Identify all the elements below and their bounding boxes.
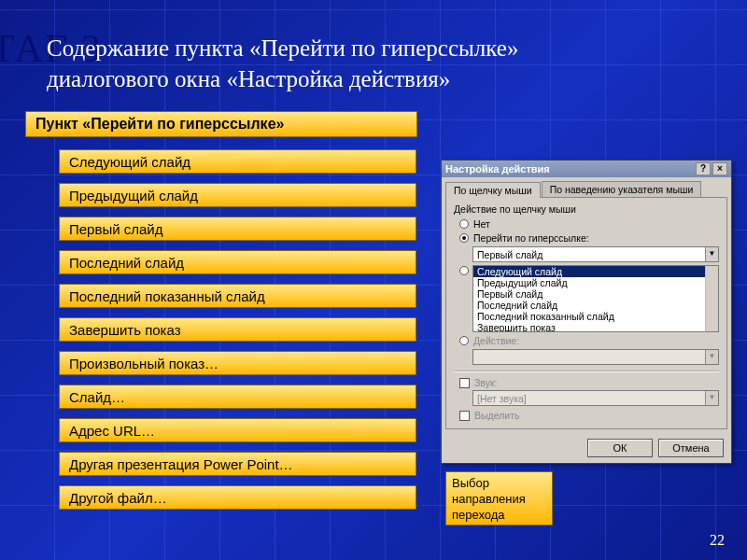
cancel-button[interactable]: Отмена [658,439,724,457]
radio-action-label: Действие: [473,335,519,346]
menu-item-last-shown-slide[interactable]: Последний показанный слайд [59,284,416,308]
list-item[interactable]: Предыдущий слайд [473,277,718,288]
menu-list: Следующий слайд Предыдущий слайд Первый … [59,149,416,519]
highlight-check-row[interactable]: Выделить [459,410,719,421]
menu-item-next-slide[interactable]: Следующий слайд [59,149,416,174]
menu-item-last-slide[interactable]: Последний слайд [59,250,416,274]
hyperlink-listbox[interactable]: Следующий слайд Предыдущий слайд Первый … [472,265,719,332]
radio-none-label: Нет [473,218,490,230]
slide-number: 22 [710,532,725,549]
menu-item-slide[interactable]: Слайд… [59,385,416,409]
sound-combo-value: [Нет звука] [473,393,705,404]
chevron-down-icon: ▼ [705,350,718,364]
hyperlink-combo-value: Первый слайд [473,249,705,260]
dialog-titlebar[interactable]: Настройка действия ? × [442,161,731,177]
radio-none-row[interactable]: Нет [459,218,719,230]
list-item[interactable]: Первый слайд [473,288,718,300]
menu-item-end-show[interactable]: Завершить показ [59,317,416,342]
hyperlink-combo[interactable]: Первый слайд ▼ [472,246,719,262]
menu-item-other-ppt[interactable]: Другая презентация Power Point… [59,452,416,476]
menu-item-custom-show[interactable]: Произвольный показ… [59,351,416,375]
list-item[interactable]: Следующий слайд [473,266,718,277]
help-button[interactable]: ? [696,162,711,175]
menu-item-first-slide[interactable]: Первый слайд [59,217,416,241]
radio-list[interactable] [459,266,469,275]
dialog-button-row: ОК Отмена [442,433,731,463]
dialog-tabs: По щелчку мыши По наведению указателя мы… [442,177,731,197]
list-item[interactable]: Последний показанный слайд [473,311,718,322]
action-combo: ▼ [472,349,719,365]
menu-header: Пункт «Перейти по гиперссылке» [25,111,417,137]
close-button[interactable]: × [712,162,727,175]
radio-action-row: Действие: [459,335,719,346]
tab-on-click[interactable]: По щелчку мыши [445,182,541,198]
sound-check-row[interactable]: Звук: [459,377,719,388]
ok-button[interactable]: ОК [587,439,653,457]
scrollbar[interactable] [705,266,718,331]
tab-on-hover[interactable]: По наведению указателя мыши [542,181,702,197]
radio-hyperlink-label: Перейти по гиперссылке: [473,232,589,244]
radio-none[interactable] [459,219,469,229]
callout-box: Выбор направления перехода [445,471,553,525]
highlight-checkbox[interactable] [459,411,470,421]
title-line1: Содержание пункта «Перейти по гиперссылк… [47,35,518,61]
group-label: Действие по щелчку мыши [454,203,719,215]
menu-item-url[interactable]: Адрес URL… [59,418,416,442]
dialog-pane: Действие по щелчку мыши Нет Перейти по г… [445,197,727,429]
chevron-down-icon[interactable]: ▼ [705,247,718,261]
sound-combo: [Нет звука] ▼ [472,390,719,406]
sound-checkbox[interactable] [459,378,470,388]
sound-label: Звук: [474,377,497,388]
radio-action [459,336,469,345]
menu-item-prev-slide[interactable]: Предыдущий слайд [59,183,416,207]
action-settings-dialog: Настройка действия ? × По щелчку мыши По… [441,160,732,464]
slide-title: Содержание пункта «Перейти по гиперссылк… [47,34,710,94]
highlight-label: Выделить [474,410,519,421]
dialog-title-text: Настройка действия [445,163,550,175]
radio-hyperlink[interactable] [459,233,469,243]
menu-item-other-file[interactable]: Другой файл… [59,485,416,510]
list-item[interactable]: Завершить показ [473,322,718,332]
radio-hyperlink-row[interactable]: Перейти по гиперссылке: [459,232,719,244]
title-line2: диалогового окна «Настройка действия» [47,66,450,91]
chevron-down-icon: ▼ [705,391,718,405]
list-item[interactable]: Последний слайд [473,300,718,311]
